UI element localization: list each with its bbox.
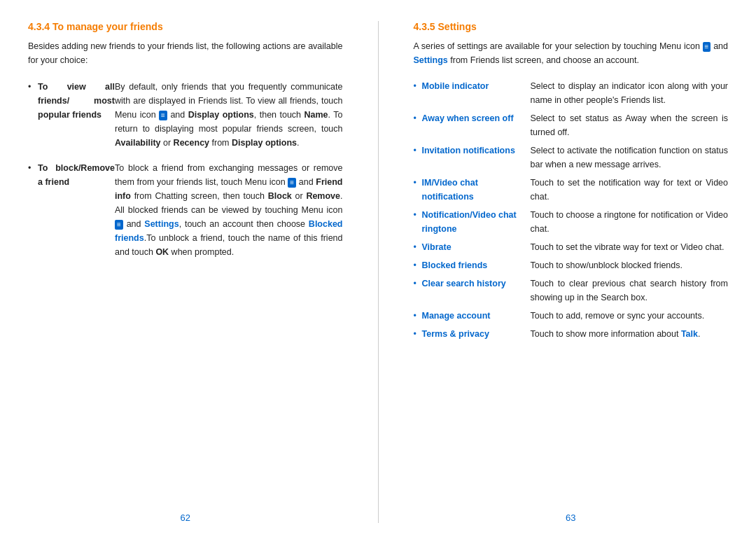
s-desc-ringtone: Touch to choose a ringtone for notificat… [531, 206, 729, 238]
s-dot-8: • [414, 274, 422, 307]
column-divider [378, 21, 379, 523]
s-dot-6: • [414, 238, 422, 256]
menu-icon-3: ≡ [115, 220, 123, 230]
setting-row-blocked: • Blocked friends Touch to show/unblock … [414, 256, 729, 274]
right-heading: 4.3.5 Settings [414, 21, 729, 32]
s-dot-10: • [414, 325, 422, 343]
s-dot-7: • [414, 256, 422, 274]
s-desc-manage: Touch to add, remove or sync your accoun… [531, 307, 729, 325]
settings-table: • Mobile indicator Select to display an … [414, 77, 729, 343]
left-bullet-table: • To view all friends/ most popular frie… [28, 77, 343, 262]
bullet-desc-1: By default, only friends that you freque… [115, 77, 343, 153]
menu-icon-1: ≡ [159, 111, 167, 120]
s-desc-vibrate: Touch to set the vibrate way for text or… [531, 238, 729, 256]
setting-row-search: • Clear search history Touch to clear pr… [414, 274, 729, 307]
setting-row-ringtone: • Notification/Video chat ringtone Touch… [414, 206, 729, 238]
bullet-dot-1: • [28, 77, 38, 153]
bullet-term-1: To view all friends/ most popular friend… [38, 77, 115, 153]
s-term-vibrate: Vibrate [422, 238, 531, 256]
s-desc-invitation: Select to activate the notification func… [531, 141, 729, 174]
setting-row-vibrate: • Vibrate Touch to set the vibrate way f… [414, 238, 729, 256]
setting-row-terms: • Terms & privacy Touch to show more inf… [414, 325, 729, 343]
bullet-dot-2: • [28, 158, 38, 262]
talk-label: Talk [681, 329, 698, 339]
s-dot-4: • [414, 174, 422, 206]
bullet-row-2: • To block/Remove a friend To block a fr… [28, 158, 343, 262]
s-term-imvideo: IM/Video chat notifications [422, 174, 531, 206]
s-term-ringtone: Notification/Video chat ringtone [422, 206, 531, 238]
s-term-manage: Manage account [422, 307, 531, 325]
s-dot-3: • [414, 141, 422, 174]
s-term-blocked: Blocked friends [422, 256, 531, 274]
s-desc-blocked: Touch to show/unblock blocked friends. [531, 256, 729, 274]
s-term-away: Away when screen off [422, 109, 531, 141]
left-intro: Besides adding new friends to your frien… [28, 39, 343, 67]
settings-intro: A series of settings are available for y… [414, 39, 729, 67]
right-column: 4.3.5 Settings A series of settings are … [414, 21, 729, 523]
bullet-desc-2: To block a friend from exchanging messag… [115, 158, 343, 262]
s-desc-terms: Touch to show more information about Tal… [531, 325, 729, 343]
s-term-invitation: Invitation notifications [422, 141, 531, 174]
bullet-row-1: • To view all friends/ most popular frie… [28, 77, 343, 153]
s-dot-2: • [414, 109, 422, 141]
spacer-row-1 [28, 153, 343, 158]
left-page-num: 62 [28, 498, 343, 523]
left-column: 4.3.4 To manage your friends Besides add… [28, 21, 343, 523]
setting-row-mobile-indicator: • Mobile indicator Select to display an … [414, 77, 729, 109]
menu-icon-2: ≡ [288, 178, 296, 188]
s-dot-9: • [414, 307, 422, 325]
s-desc-away: Select to set status as Away when the sc… [531, 109, 729, 141]
bullet-term-2: To block/Remove a friend [38, 158, 115, 262]
s-desc-imvideo: Touch to set the notification way for te… [531, 174, 729, 206]
s-term-terms: Terms & privacy [422, 325, 531, 343]
setting-row-manage: • Manage account Touch to add, remove or… [414, 307, 729, 325]
s-term-search: Clear search history [422, 274, 531, 307]
setting-row-away: • Away when screen off Select to set sta… [414, 109, 729, 141]
setting-row-imvideo: • IM/Video chat notifications Touch to s… [414, 174, 729, 206]
right-page-num: 63 [414, 498, 729, 523]
s-desc-search: Touch to clear previous chat search hist… [531, 274, 729, 307]
left-heading: 4.3.4 To manage your friends [28, 21, 343, 32]
s-desc-mobile-indicator: Select to display an indicator icon alon… [531, 77, 729, 109]
setting-row-invitation: • Invitation notifications Select to act… [414, 141, 729, 174]
s-term-mobile-indicator: Mobile indicator [422, 77, 531, 109]
s-dot-1: • [414, 77, 422, 109]
s-dot-5: • [414, 206, 422, 238]
menu-icon-right: ≡ [703, 42, 711, 52]
